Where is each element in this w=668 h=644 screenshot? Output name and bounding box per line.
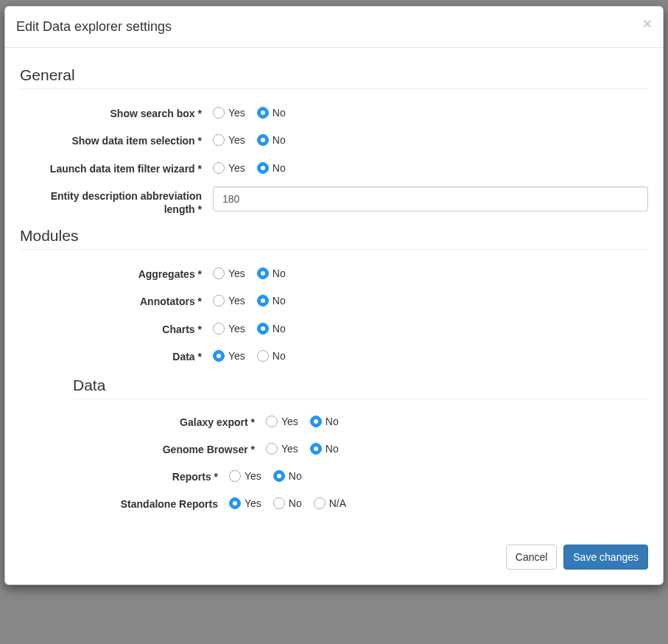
field-launch-wizard: Launch data item filter wizard * Yes No (20, 159, 648, 175)
field-label: Show data item selection * (20, 131, 213, 147)
radio-option-yes[interactable]: Yes (229, 470, 261, 482)
radio-no[interactable] (257, 350, 269, 362)
field-genome-browser: Genome Browser * Yes No (73, 440, 648, 456)
radio-option-no[interactable]: No (257, 295, 286, 307)
radio-group: Yes No (213, 104, 648, 119)
radio-no[interactable] (310, 416, 322, 427)
radio-label: Yes (228, 350, 245, 362)
radio-label: No (326, 443, 339, 455)
radio-option-yes[interactable]: Yes (266, 416, 298, 427)
field-standalone-reports: Standalone Reports Yes No N/A (73, 494, 648, 511)
radio-option-yes[interactable]: Yes (213, 267, 245, 279)
field-show-data-item-selection: Show data item selection * Yes No (20, 131, 648, 147)
radio-yes[interactable] (213, 162, 225, 174)
radio-no[interactable] (257, 134, 269, 146)
field-charts: Charts * Yes No (20, 320, 648, 336)
radio-option-no[interactable]: No (257, 162, 286, 174)
radio-option-no[interactable]: No (257, 267, 286, 279)
field-label: Launch data item filter wizard * (20, 159, 213, 175)
radio-yes[interactable] (266, 443, 278, 455)
radio-no[interactable] (257, 267, 269, 279)
field-label: Data * (20, 347, 213, 363)
field-label: Aggregates * (20, 265, 213, 281)
radio-yes[interactable] (213, 107, 225, 119)
field-label: Charts * (20, 320, 213, 336)
radio-no[interactable] (257, 323, 269, 335)
radio-option-no[interactable]: No (257, 107, 286, 119)
radio-option-yes[interactable]: Yes (229, 497, 261, 509)
radio-option-no[interactable]: No (257, 350, 286, 362)
radio-option-yes[interactable]: Yes (213, 295, 245, 307)
radio-label: No (273, 162, 286, 174)
abbrev-length-input[interactable] (213, 186, 648, 211)
field-label: Galaxy export * (73, 413, 266, 429)
radio-label: No (273, 323, 286, 335)
radio-yes[interactable] (213, 267, 225, 279)
radio-yes[interactable] (213, 134, 225, 146)
radio-label: No (289, 470, 302, 482)
radio-label: No (326, 416, 339, 427)
radio-option-no[interactable]: No (310, 443, 339, 455)
section-heading-modules: Modules (20, 227, 648, 245)
save-button[interactable]: Save changes (563, 545, 648, 570)
section-heading-general: General (20, 66, 648, 84)
divider (20, 249, 648, 250)
radio-label: Yes (228, 107, 245, 119)
radio-no[interactable] (257, 295, 269, 307)
radio-option-yes[interactable]: Yes (266, 443, 298, 455)
radio-group: Yes No (213, 265, 648, 279)
radio-option-yes[interactable]: Yes (213, 134, 245, 146)
radio-no[interactable] (257, 162, 269, 174)
radio-label: No (273, 295, 286, 307)
section-heading-data: Data (73, 377, 648, 394)
radio-label: Yes (281, 416, 298, 427)
radio-na[interactable] (314, 497, 326, 509)
radio-label: Yes (245, 470, 261, 482)
radio-no[interactable] (257, 107, 269, 119)
radio-label: No (273, 267, 286, 279)
radio-option-no[interactable]: No (273, 470, 302, 482)
field-label: Entity description abbreviation length * (20, 186, 213, 216)
radio-group: Yes No N/A (229, 494, 648, 509)
close-icon[interactable]: × (643, 15, 652, 31)
radio-group: Yes No (213, 320, 648, 335)
radio-no[interactable] (310, 443, 322, 455)
field-abbrev-length: Entity description abbreviation length * (20, 186, 648, 216)
field-aggregates: Aggregates * Yes No (20, 265, 648, 281)
radio-yes[interactable] (213, 295, 225, 307)
radio-yes[interactable] (229, 470, 241, 482)
radio-yes[interactable] (229, 497, 241, 509)
divider (73, 399, 648, 399)
radio-option-yes[interactable]: Yes (213, 323, 245, 335)
radio-option-no[interactable]: No (257, 323, 286, 335)
radio-label: No (289, 497, 302, 509)
radio-option-yes[interactable]: Yes (213, 107, 245, 119)
radio-group: Yes No (266, 413, 648, 427)
field-label: Genome Browser * (73, 440, 266, 456)
field-label: Reports * (73, 467, 229, 483)
radio-label: Yes (228, 162, 245, 174)
field-label: Show search box * (20, 104, 213, 120)
settings-modal: Edit Data explorer settings × General Sh… (4, 6, 664, 585)
field-reports: Reports * Yes No (73, 467, 648, 483)
radio-option-yes[interactable]: Yes (213, 162, 245, 174)
radio-group: Yes No (213, 159, 648, 174)
radio-label: Yes (228, 323, 245, 335)
radio-label: Yes (228, 295, 245, 307)
radio-no[interactable] (273, 497, 285, 509)
radio-option-no[interactable]: No (273, 497, 302, 509)
radio-label: Yes (245, 497, 261, 509)
radio-group: Yes No (213, 292, 648, 307)
field-data: Data * Yes No (20, 347, 648, 363)
radio-option-no[interactable]: No (310, 416, 339, 427)
radio-option-yes[interactable]: Yes (213, 350, 245, 362)
radio-option-na[interactable]: N/A (314, 497, 346, 509)
cancel-button[interactable]: Cancel (506, 545, 558, 570)
radio-group: Yes No (266, 440, 648, 455)
radio-option-no[interactable]: No (257, 134, 286, 146)
radio-no[interactable] (273, 470, 285, 482)
radio-yes[interactable] (266, 416, 278, 427)
radio-label: Yes (281, 443, 298, 455)
radio-yes[interactable] (213, 323, 225, 335)
radio-yes[interactable] (213, 350, 225, 362)
